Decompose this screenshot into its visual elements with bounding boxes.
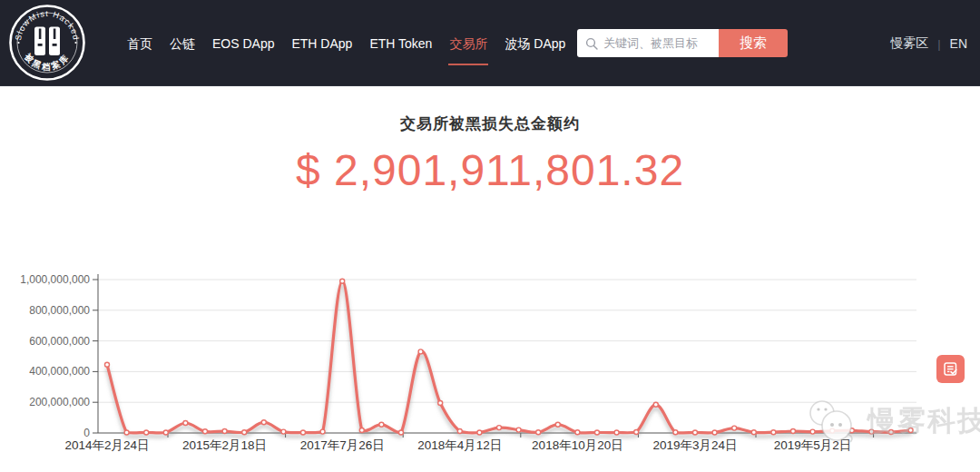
svg-text:200,000,000: 200,000,000 (29, 396, 90, 408)
svg-text:800,000,000: 800,000,000 (29, 304, 90, 317)
svg-text:2014年2月24日: 2014年2月24日 (64, 438, 149, 452)
search-bar: 搜索 (577, 29, 788, 57)
svg-text:2015年2月18日: 2015年2月18日 (182, 438, 267, 452)
svg-text:2017年7月26日: 2017年7月26日 (300, 438, 385, 452)
svg-text:2018年4月12日: 2018年4月12日 (417, 438, 502, 452)
svg-text:2019年3月24日: 2019年3月24日 (652, 438, 737, 452)
svg-text:0: 0 (83, 427, 90, 439)
search-button[interactable]: 搜索 (719, 29, 788, 57)
page-title: 交易所被黑损失总金额约 (0, 113, 980, 134)
header: SlowMist Hacked 被黑档案库 首页 公链 EOS DApp ETH… (0, 0, 980, 86)
report-fab-button[interactable] (936, 355, 965, 383)
report-icon (943, 361, 958, 377)
page: SlowMist Hacked 被黑档案库 首页 公链 EOS DApp ETH… (0, 0, 980, 472)
nav-item-home[interactable]: 首页 (127, 36, 152, 53)
total-loss-amount: $ 2,901,911,801.32 (0, 145, 980, 195)
search-input-wrap (577, 29, 719, 57)
svg-text:600,000,000: 600,000,000 (29, 335, 90, 348)
nav-item-chains[interactable]: 公链 (170, 36, 195, 53)
main-nav: 首页 公链 EOS DApp ETH DApp ETH Token 交易所 波场… (127, 36, 608, 53)
logo-books-icon (34, 27, 60, 56)
svg-text:2019年5月2日: 2019年5月2日 (774, 438, 852, 452)
slowmist-hacked-logo[interactable]: SlowMist Hacked 被黑档案库 (8, 4, 86, 82)
link-divider: | (937, 37, 940, 51)
logo-left-dot (17, 42, 19, 44)
logo-arc-bottom-text: 被黑档案库 (22, 51, 72, 72)
header-links: 慢雾区 | EN (890, 35, 967, 52)
svg-text:2018年10月20日: 2018年10月20日 (532, 438, 623, 452)
slowmist-zone-link[interactable]: 慢雾区 (890, 35, 928, 52)
nav-item-eth-dapp[interactable]: ETH DApp (291, 36, 352, 53)
chart-generated: 0200,000,000400,000,000600,000,000800,00… (20, 273, 916, 452)
nav-item-exchange[interactable]: 交易所 (449, 36, 487, 53)
svg-text:1,000,000,000: 1,000,000,000 (20, 273, 90, 286)
nav-item-eth-token[interactable]: ETH Token (369, 36, 432, 53)
search-input[interactable] (603, 36, 713, 50)
logo-right-dot (74, 42, 76, 44)
nav-item-eos-dapp[interactable]: EOS DApp (212, 36, 274, 53)
loss-trend-chart: 0200,000,000400,000,000600,000,000800,00… (0, 261, 980, 465)
search-icon (585, 37, 598, 50)
language-toggle-en[interactable]: EN (950, 36, 967, 51)
nav-item-tron-dapp[interactable]: 波场 DApp (505, 36, 565, 53)
svg-text:400,000,000: 400,000,000 (29, 365, 90, 378)
